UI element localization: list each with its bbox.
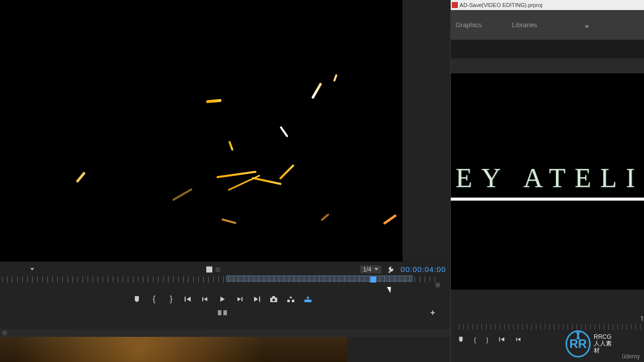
timecode-display[interactable]: 00:00:04:00 — [400, 265, 446, 274]
settings-wrench-icon[interactable] — [387, 265, 395, 274]
button-editor-plus-icon[interactable]: + — [430, 308, 435, 317]
svg-rect-7 — [287, 300, 290, 302]
go-to-out-button[interactable] — [253, 295, 261, 303]
svg-rect-10 — [307, 298, 308, 300]
logo-label-bottom: 人人素材 — [594, 340, 616, 353]
source-monitor-panel: ⊞ 1/4 00:00:04:00 { } — [0, 0, 450, 362]
spark-particle — [216, 170, 257, 178]
project-filename: AD-Save(VIDEO EDITING).prproj — [460, 2, 542, 8]
mark-out-button[interactable]: } — [486, 336, 488, 343]
svg-point-6 — [273, 299, 275, 301]
panel-scrollbar[interactable] — [0, 329, 450, 337]
add-marker-button[interactable] — [458, 336, 464, 342]
export-frame-button[interactable] — [270, 295, 278, 303]
svg-rect-11 — [218, 310, 221, 315]
fit-button[interactable]: ⊞ — [204, 265, 222, 274]
spark-particle — [252, 177, 282, 185]
svg-rect-8 — [292, 300, 294, 302]
svg-rect-14 — [516, 338, 517, 341]
app-icon — [452, 2, 458, 8]
panel-header-bar — [451, 40, 644, 58]
svg-rect-13 — [499, 337, 500, 342]
play-button[interactable] — [218, 295, 226, 303]
spark-particle — [383, 214, 396, 225]
svg-rect-0 — [185, 297, 186, 302]
watermark-logo: RR RRCG 人人素材 — [566, 329, 616, 359]
monitor-controls-bar: ⊞ 1/4 00:00:04:00 — [0, 261, 450, 277]
in-out-range[interactable] — [226, 276, 413, 282]
spark-particle — [280, 126, 289, 138]
workspace-tabs: Graphics Libraries » — [451, 10, 644, 40]
right-panel: AD-Save(VIDEO EDITING).prproj Graphics L… — [450, 0, 644, 362]
tab-libraries[interactable]: Libraries — [512, 21, 537, 29]
caret-down-icon — [374, 268, 378, 270]
go-to-in-button[interactable] — [499, 336, 506, 342]
svg-rect-2 — [242, 297, 243, 301]
source-selector-dropdown[interactable] — [30, 268, 34, 270]
svg-rect-5 — [272, 296, 275, 298]
overwrite-button[interactable] — [304, 295, 312, 303]
zoom-scrollbar-end[interactable] — [435, 283, 440, 288]
spark-particle — [206, 99, 221, 104]
provider-badge: ûdemy — [622, 353, 640, 360]
svg-rect-3 — [259, 297, 260, 302]
comparison-view-icon[interactable] — [218, 309, 227, 316]
logo-circle-icon: RR — [566, 330, 591, 357]
spark-particle — [228, 174, 261, 191]
window-titlebar: AD-Save(VIDEO EDITING).prproj — [451, 0, 644, 10]
zoom-dropdown[interactable]: 1/4 — [360, 265, 382, 274]
project-bin-thumbnail[interactable] — [0, 337, 347, 362]
spark-particle — [221, 218, 236, 224]
source-preview[interactable] — [0, 0, 403, 261]
spark-particle — [333, 74, 338, 81]
transport-controls: { } — [0, 291, 445, 308]
spark-particle — [279, 164, 294, 179]
logo-initials: RR — [570, 337, 587, 351]
insert-button[interactable] — [287, 295, 295, 303]
svg-rect-1 — [202, 297, 203, 301]
title-underline — [451, 198, 644, 201]
add-marker-button[interactable] — [133, 295, 141, 303]
spark-particle — [320, 213, 330, 221]
step-back-button[interactable] — [516, 336, 522, 342]
monitor-timeline[interactable] — [0, 276, 445, 288]
mark-in-button[interactable]: { — [474, 336, 476, 343]
logo-text: RRCG 人人素材 — [594, 334, 616, 354]
scroll-knob[interactable] — [2, 330, 7, 335]
zoom-value: 1/4 — [363, 266, 372, 273]
spark-particle — [228, 141, 234, 151]
spark-particle — [76, 171, 86, 183]
spark-particle — [172, 188, 193, 201]
overflow-chevrons-icon[interactable]: » — [585, 22, 589, 30]
program-preview[interactable]: EY ATELI — [451, 73, 644, 290]
go-to-in-button[interactable] — [184, 295, 192, 303]
step-back-button[interactable] — [201, 295, 209, 303]
mark-in-button[interactable]: { — [150, 295, 158, 303]
secondary-transport: + — [0, 307, 445, 319]
spark-particle — [311, 82, 323, 99]
svg-rect-12 — [223, 310, 227, 315]
title-text: EY ATELI — [451, 162, 644, 194]
mark-out-button[interactable]: } — [167, 295, 175, 303]
tab-graphics[interactable]: Graphics — [456, 21, 482, 29]
step-forward-button[interactable] — [235, 295, 244, 303]
playhead-icon[interactable] — [370, 277, 376, 283]
panel-sub-bar — [451, 58, 644, 73]
